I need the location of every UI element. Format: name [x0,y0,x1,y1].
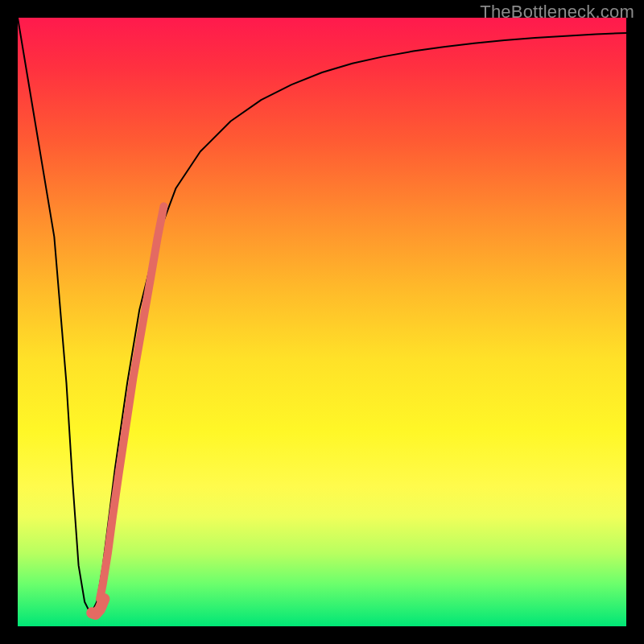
chart-svg [18,18,626,626]
series-highlight-segment [100,206,163,599]
series-group [18,18,626,614]
plot-area [18,18,626,626]
chart-container: TheBottleneck.com [0,0,644,644]
